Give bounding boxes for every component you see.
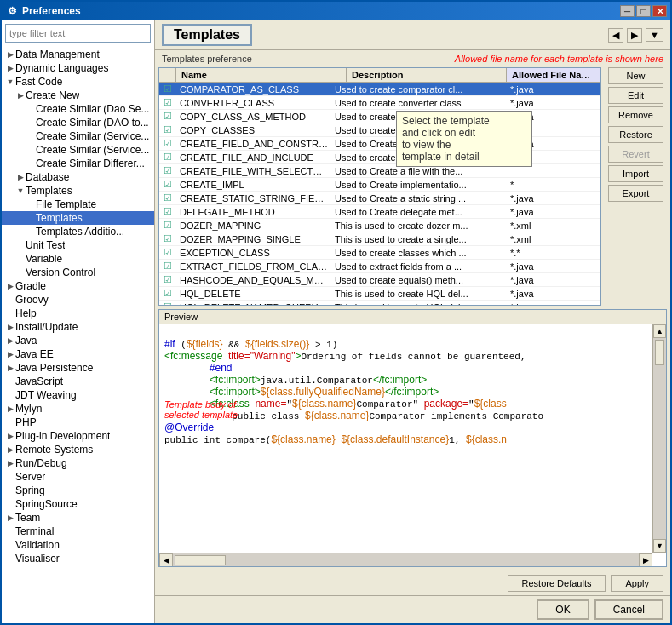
- import-button[interactable]: Import: [608, 165, 663, 182]
- minimize-button[interactable]: ─: [620, 5, 635, 17]
- sidebar-item-create-new[interactable]: ▶ Create New: [2, 89, 154, 102]
- table-row[interactable]: ☑ HQL_DELETE This is used to create HQL …: [159, 287, 600, 301]
- forward-button[interactable]: ▶: [627, 28, 642, 43]
- scroll-down-button[interactable]: ▼: [653, 539, 666, 553]
- table-row[interactable]: ☑ DELEGATE_METHOD Used to Create delegat…: [159, 205, 600, 219]
- preview-vertical-scrollbar[interactable]: ▲ ▼: [652, 324, 666, 553]
- sidebar-item-javascript[interactable]: JavaScript: [2, 375, 154, 388]
- new-button[interactable]: New: [608, 67, 663, 84]
- menu-button[interactable]: ▼: [646, 28, 663, 42]
- table-row[interactable]: ☑ CREATE_FILE_AND_INCLUDE Used to create…: [159, 151, 600, 164]
- table-row[interactable]: ☑ HQL_DELETE_NAMED_QUERY_WITH_... This i…: [159, 301, 600, 305]
- sidebar-item-groovy[interactable]: Groovy: [2, 293, 154, 307]
- sidebar-item-create-similar-dao-se[interactable]: Create Similar (Dao Se...: [2, 102, 154, 116]
- sidebar-item-install-update[interactable]: ▶ Install/Update: [2, 320, 154, 334]
- sidebar-item-fast-code[interactable]: ▼ Fast Code: [2, 75, 154, 89]
- sidebar-item-java[interactable]: ▶ Java: [2, 334, 154, 347]
- template-name: COMPARATOR_AS_CLASS: [176, 83, 331, 95]
- sidebar-item-gradle[interactable]: ▶ Gradle: [2, 279, 154, 293]
- sidebar-item-variable[interactable]: Variable: [2, 252, 154, 266]
- sidebar-item-label: Help: [15, 307, 37, 319]
- sidebar-item-label: Mylyn: [15, 403, 42, 415]
- sidebar-item-remote-systems[interactable]: ▶ Remote Systems: [2, 443, 154, 456]
- ok-button[interactable]: OK: [537, 599, 589, 620]
- sidebar-item-php[interactable]: PHP: [2, 416, 154, 429]
- sidebar-item-create-similar-service1[interactable]: Create Similar (Service...: [2, 129, 154, 143]
- sidebar-item-terminal[interactable]: Terminal: [2, 525, 154, 538]
- template-name: CONVERTER_CLASS: [176, 97, 331, 109]
- scroll-left-button[interactable]: ◀: [159, 553, 173, 566]
- table-body[interactable]: ☑ COMPARATOR_AS_CLASS Used to create com…: [159, 83, 600, 305]
- expand-icon: [15, 240, 26, 250]
- check-icon: ☑: [164, 124, 172, 135]
- sidebar-item-dynamic-languages[interactable]: ▶ Dynamic Languages: [2, 61, 154, 75]
- scroll-thumb[interactable]: [655, 340, 664, 365]
- scroll-right-button[interactable]: ▶: [639, 553, 652, 566]
- sidebar-item-spring[interactable]: Spring: [2, 484, 154, 497]
- sidebar-item-templates-sub[interactable]: Templates: [2, 211, 154, 225]
- edit-button[interactable]: Edit: [608, 87, 663, 104]
- export-button[interactable]: Export: [608, 185, 663, 202]
- sidebar-item-run-debug[interactable]: ▶ Run/Debug: [2, 456, 154, 470]
- check-icon: ☑: [164, 83, 172, 94]
- restore-button[interactable]: Restore: [608, 126, 663, 143]
- sidebar-item-create-similar-differer[interactable]: Create Similar Differer...: [2, 157, 154, 170]
- sidebar-item-spring-source[interactable]: SpringSource: [2, 497, 154, 511]
- template-name: COPY_CLASSES: [176, 124, 331, 136]
- restore-defaults-button[interactable]: Restore Defaults: [508, 575, 606, 592]
- sidebar-item-plugin-development[interactable]: ▶ Plug-in Development: [2, 429, 154, 443]
- sidebar-item-templates-addition[interactable]: Templates Additio...: [2, 225, 154, 238]
- filter-input[interactable]: [5, 24, 151, 43]
- table-row[interactable]: ☑ DOZER_MAPPING This is used to create d…: [159, 219, 600, 232]
- sidebar-item-unit-test[interactable]: Unit Test: [2, 238, 154, 252]
- sidebar-item-java-ee[interactable]: ▶ Java EE: [2, 347, 154, 361]
- cancel-button[interactable]: Cancel: [594, 599, 663, 620]
- table-row[interactable]: ☑ CONVERTER_CLASS Used to create convert…: [159, 96, 600, 110]
- template-name: EXCEPTION_CLASS: [176, 247, 331, 259]
- table-row[interactable]: ☑ EXCEPTION_CLASS Used to create classes…: [159, 246, 600, 260]
- sidebar-item-server[interactable]: Server: [2, 470, 154, 484]
- preview-content[interactable]: #if (${fields} && ${fields.size()} > 1) …: [159, 324, 666, 566]
- sidebar-item-jdt-weaving[interactable]: JDT Weaving: [2, 388, 154, 402]
- expand-icon: [26, 131, 36, 141]
- sidebar-item-label: Java Persistence: [15, 362, 93, 374]
- table-row[interactable]: ☑ HASHCODE_AND_EQUALS_METHODS Used to cr…: [159, 273, 600, 287]
- scroll-track[interactable]: [653, 338, 666, 539]
- table-row[interactable]: ☑ CREATE_FILE_WITH_SELECTED_CON... Used …: [159, 164, 600, 178]
- sidebar-item-visualiser[interactable]: Visualiser: [2, 552, 154, 565]
- sidebar-item-create-similar-service2[interactable]: Create Similar (Service...: [2, 143, 154, 157]
- sidebar-item-version-control[interactable]: Version Control: [2, 266, 154, 279]
- template-name: CREATE_FIELD_AND_CONSTRUCTOR: [176, 138, 331, 150]
- table-row[interactable]: ☑ COMPARATOR_AS_CLASS Used to create com…: [159, 83, 600, 96]
- table-row[interactable]: ☑ CREATE_STATIC_STRING_FIELD_AND... Used…: [159, 192, 600, 205]
- sidebar-item-file-template[interactable]: File Template: [2, 198, 154, 211]
- table-row[interactable]: ☑ CREATE_FIELD_AND_CONSTRUCTOR Used to C…: [159, 137, 600, 151]
- sidebar-item-label: Templates: [36, 212, 83, 224]
- sidebar-item-mylyn[interactable]: ▶ Mylyn: [2, 402, 154, 416]
- revert-button[interactable]: Revert: [608, 146, 663, 163]
- remove-button[interactable]: Remove: [608, 106, 663, 123]
- sidebar-item-database[interactable]: ▶ Database: [2, 170, 154, 184]
- sidebar-item-team[interactable]: ▶ Team: [2, 511, 154, 525]
- sidebar-item-data-management[interactable]: ▶ Data Management: [2, 48, 154, 61]
- preview-horizontal-scrollbar[interactable]: ◀ ▶: [159, 553, 652, 566]
- template-description: Used to create comparator cl...: [331, 83, 507, 95]
- template-file: *.java: [507, 83, 600, 95]
- table-row[interactable]: ☑ COPY_CLASS_AS_METHOD Used to create a …: [159, 110, 600, 123]
- sidebar-item-templates[interactable]: ▼ Templates: [2, 184, 154, 198]
- table-row[interactable]: ☑ EXTRACT_FIELDS_FROM_CLASS Used to extr…: [159, 260, 600, 273]
- table-row[interactable]: ☑ CREATE_IMPL Used to Create implementat…: [159, 178, 600, 192]
- table-row[interactable]: ☑ COPY_CLASSES Used to create copy class…: [159, 123, 600, 137]
- apply-button[interactable]: Apply: [611, 575, 663, 592]
- table-row[interactable]: ☑ DOZER_MAPPING_SINGLE This is used to c…: [159, 232, 600, 246]
- sidebar-item-help[interactable]: Help: [2, 307, 154, 320]
- sidebar-item-label: Templates Additio...: [36, 226, 124, 238]
- sidebar-item-create-similar-dao-to[interactable]: Create Similar (DAO to...: [2, 116, 154, 129]
- maximize-button[interactable]: □: [636, 5, 651, 17]
- close-button[interactable]: ✕: [652, 5, 667, 17]
- scroll-up-button[interactable]: ▲: [653, 324, 666, 338]
- expand-icon: ▶: [15, 172, 26, 182]
- back-button[interactable]: ◀: [608, 28, 623, 43]
- sidebar-item-java-persistence[interactable]: ▶ Java Persistence: [2, 361, 154, 375]
- sidebar-item-validation[interactable]: Validation: [2, 538, 154, 552]
